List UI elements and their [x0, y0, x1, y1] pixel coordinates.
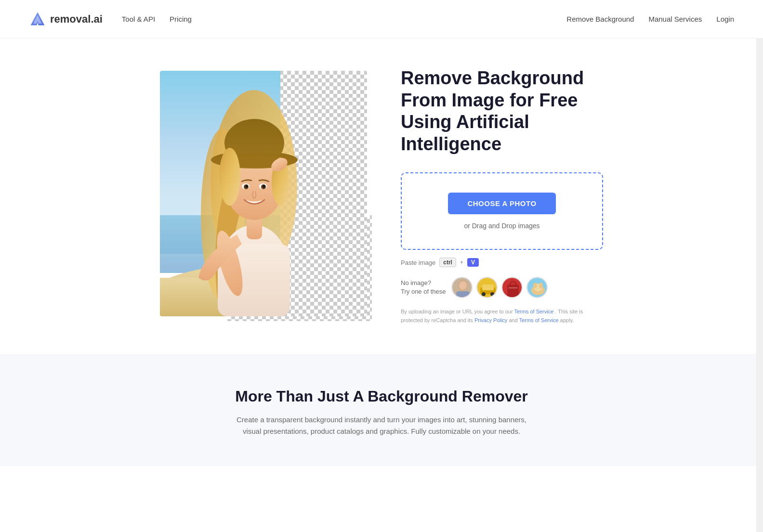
- svg-rect-35: [482, 285, 494, 290]
- svg-point-37: [490, 292, 494, 296]
- drag-drop-label: or Drag and Drop images: [464, 222, 539, 230]
- nav-tool-api[interactable]: Tool & API: [122, 15, 155, 23]
- terms-link-2[interactable]: Terms of Service: [519, 317, 559, 323]
- hero-image-svg: [160, 71, 367, 316]
- plus-symbol: +: [460, 259, 463, 266]
- terms-link-1[interactable]: Terms of Service: [514, 309, 553, 314]
- svg-point-45: [533, 283, 537, 288]
- choose-photo-button[interactable]: CHOOSE A PHOTO: [448, 193, 555, 214]
- svg-point-27: [263, 185, 265, 188]
- sample-thumb-car[interactable]: [476, 277, 498, 298]
- svg-point-26: [246, 185, 248, 188]
- hero-section: Remove Background From Image for Free Us…: [0, 39, 763, 354]
- header-left: removal.ai Tool & API Pricing: [29, 11, 192, 28]
- svg-point-20: [219, 148, 240, 206]
- nav-pricing[interactable]: Pricing: [170, 15, 192, 23]
- ctrl-key: ctrl: [439, 258, 456, 267]
- sample-thumb-person[interactable]: [451, 277, 473, 298]
- svg-point-46: [539, 283, 543, 288]
- svg-point-36: [482, 292, 486, 296]
- nav-remove-background[interactable]: Remove Background: [566, 15, 634, 23]
- hero-image-container: [160, 71, 372, 321]
- hero-photo: [160, 71, 367, 316]
- paste-shortcut-row: Paste image ctrl + V: [401, 258, 603, 267]
- sample-thumb-bag[interactable]: [501, 277, 523, 298]
- hero-content: Remove Background From Image for Free Us…: [401, 67, 603, 325]
- nav-manual-services[interactable]: Manual Services: [648, 15, 702, 23]
- sample-thumbs: [451, 277, 548, 298]
- sample-label: No image?Try one of these: [401, 279, 446, 296]
- v-key: V: [467, 258, 479, 267]
- site-header: removal.ai Tool & API Pricing Remove Bac…: [0, 0, 763, 39]
- svg-rect-41: [509, 287, 517, 288]
- terms-text: By uploading an image or URL you agree t…: [401, 308, 603, 324]
- paste-label: Paste image: [401, 259, 435, 266]
- hero-title: Remove Background From Image for Free Us…: [401, 67, 603, 155]
- logo-icon: [29, 11, 46, 28]
- svg-point-32: [459, 281, 467, 290]
- sample-thumb-animal[interactable]: [526, 277, 548, 298]
- upload-dropzone[interactable]: CHOOSE A PHOTO or Drag and Drop images: [401, 172, 603, 250]
- privacy-link[interactable]: Privacy Policy: [474, 317, 507, 323]
- main-nav: Tool & API Pricing: [122, 15, 192, 23]
- bottom-desc: Create a transparent background instantl…: [227, 414, 536, 437]
- bottom-section: More Than Just A Background Remover Crea…: [0, 354, 763, 466]
- bottom-title: More Than Just A Background Remover: [29, 388, 734, 405]
- logo[interactable]: removal.ai: [29, 11, 103, 28]
- header-right: Remove Background Manual Services Login: [566, 15, 734, 23]
- scrollbar-track[interactable]: [756, 0, 763, 466]
- logo-text: removal.ai: [50, 13, 103, 26]
- svg-rect-31: [456, 291, 470, 298]
- nav-login[interactable]: Login: [716, 15, 734, 23]
- sample-images-row: No image?Try one of these: [401, 277, 603, 298]
